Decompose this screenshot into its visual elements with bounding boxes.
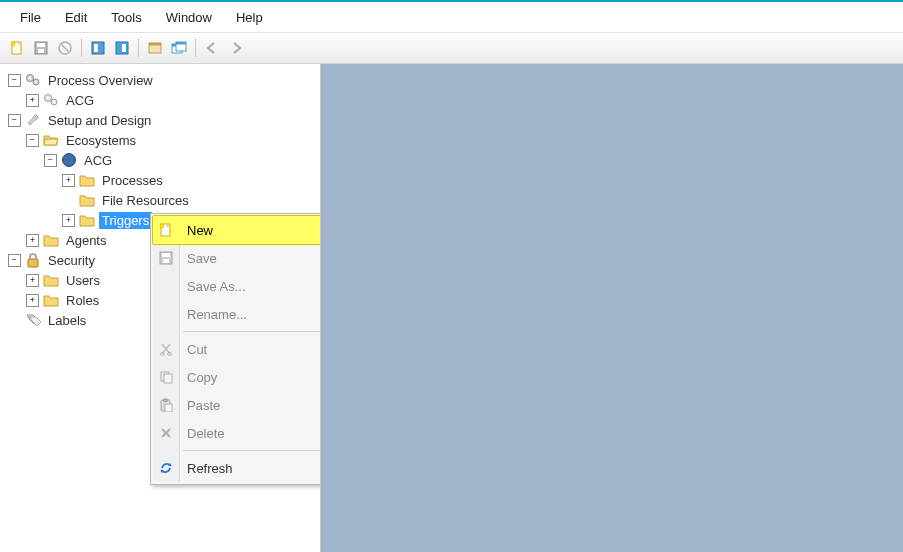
save-icon	[158, 250, 174, 266]
app-window: File Edit Tools Window Help	[0, 0, 903, 552]
context-menu-label: Save	[187, 251, 217, 266]
folder-icon	[79, 212, 95, 228]
context-menu-save-as[interactable]: Save As...	[153, 272, 321, 300]
folder-icon	[79, 192, 95, 208]
toolbar-stop-button[interactable]	[54, 37, 76, 59]
toolbar-panel-a-button[interactable]	[87, 37, 109, 59]
toolbar-separator	[138, 39, 139, 57]
new-document-icon	[158, 222, 174, 238]
expand-icon[interactable]: +	[26, 274, 39, 287]
svg-point-24	[53, 101, 55, 103]
svg-rect-12	[149, 43, 161, 46]
context-menu-copy[interactable]: Copy	[153, 363, 321, 391]
context-menu-save[interactable]: Save	[153, 244, 321, 272]
context-menu-label: Rename...	[187, 307, 247, 322]
collapse-icon[interactable]: −	[8, 114, 21, 127]
svg-rect-3	[37, 43, 45, 47]
menu-tools[interactable]: Tools	[99, 7, 153, 28]
paste-icon	[158, 397, 174, 413]
stop-icon	[58, 41, 72, 55]
toolbar-new-button[interactable]	[6, 37, 28, 59]
toolbar-separator	[81, 39, 82, 57]
tree-node-process-overview[interactable]: − Process Overview	[4, 70, 320, 90]
tree-label: Processes	[99, 172, 166, 189]
context-menu-separator	[183, 331, 321, 332]
toolbar-separator	[195, 39, 196, 57]
toolbar-panel-b-button[interactable]	[111, 37, 133, 59]
context-menu-separator	[183, 450, 321, 451]
refresh-icon	[158, 460, 174, 476]
collapse-icon[interactable]: −	[8, 74, 21, 87]
delete-icon	[158, 425, 174, 441]
tags-icon	[25, 312, 41, 328]
expand-icon[interactable]: +	[62, 214, 75, 227]
folder-icon	[79, 172, 95, 188]
context-menu-label: Delete	[187, 426, 225, 441]
navigation-tree-panel: − Process Overview + ACG −	[0, 64, 321, 552]
context-menu-label: Paste	[187, 398, 220, 413]
tree-node-acg-ecosystem[interactable]: − ACG	[4, 150, 320, 170]
menu-bar: File Edit Tools Window Help	[0, 2, 903, 33]
menu-edit[interactable]: Edit	[53, 7, 99, 28]
tree-label: Ecosystems	[63, 132, 139, 149]
toolbar-save-button[interactable]	[30, 37, 52, 59]
context-menu-label: Save As...	[187, 279, 246, 294]
toolbar-back-button[interactable]	[201, 37, 223, 59]
menu-help[interactable]: Help	[224, 7, 275, 28]
windows-icon	[171, 41, 187, 55]
folder-icon	[43, 272, 59, 288]
lock-icon	[25, 252, 41, 268]
collapse-icon[interactable]: −	[44, 154, 57, 167]
tree-label: Security	[45, 252, 98, 269]
arrow-left-icon	[205, 41, 219, 55]
toolbar-windows-button[interactable]	[168, 37, 190, 59]
globe-icon	[61, 152, 77, 168]
folder-open-icon	[43, 132, 59, 148]
gears-icon	[43, 92, 59, 108]
context-menu-paste[interactable]: Paste	[153, 391, 321, 419]
tree-node-acg-overview[interactable]: + ACG	[4, 90, 320, 110]
svg-rect-38	[164, 399, 168, 402]
tree-label: Agents	[63, 232, 109, 249]
expand-icon[interactable]: +	[26, 294, 39, 307]
toolbar-forward-button[interactable]	[225, 37, 247, 59]
toolbar	[0, 33, 903, 64]
tree-label: ACG	[81, 152, 115, 169]
tree-node-file-resources[interactable]: File Resources	[4, 190, 320, 210]
svg-point-25	[63, 154, 76, 167]
gears-icon	[25, 72, 41, 88]
tree-label: ACG	[63, 92, 97, 109]
context-menu-rename[interactable]: Rename...	[153, 300, 321, 328]
tree-node-ecosystems[interactable]: − Ecosystems	[4, 130, 320, 150]
folder-icon	[43, 232, 59, 248]
svg-rect-39	[165, 404, 172, 412]
tree-node-processes[interactable]: + Processes	[4, 170, 320, 190]
collapse-icon[interactable]: −	[26, 134, 39, 147]
svg-point-20	[35, 81, 37, 83]
svg-rect-4	[38, 49, 44, 53]
svg-rect-36	[164, 374, 172, 383]
panel-icon	[115, 41, 129, 55]
menu-window[interactable]: Window	[154, 7, 224, 28]
window-icon	[148, 41, 162, 55]
toolbar-window-button[interactable]	[144, 37, 166, 59]
tree-label: Roles	[63, 292, 102, 309]
folder-icon	[43, 292, 59, 308]
context-menu-new[interactable]: New	[152, 215, 321, 245]
context-menu-cut[interactable]: Cut	[153, 335, 321, 363]
panel-icon	[91, 41, 105, 55]
expand-icon[interactable]: +	[26, 234, 39, 247]
tree-label: Users	[63, 272, 103, 289]
collapse-icon[interactable]: −	[8, 254, 21, 267]
save-icon	[34, 41, 48, 55]
svg-rect-32	[163, 259, 169, 263]
context-menu-delete[interactable]: Delete	[153, 419, 321, 447]
tree-label: Labels	[45, 312, 89, 329]
expand-icon[interactable]: +	[62, 174, 75, 187]
expand-icon[interactable]: +	[26, 94, 39, 107]
tree-node-setup-design[interactable]: − Setup and Design	[4, 110, 320, 130]
context-menu-refresh[interactable]: Refresh	[153, 454, 321, 482]
cut-icon	[158, 341, 174, 357]
menu-file[interactable]: File	[8, 7, 53, 28]
context-menu-label: Refresh	[187, 461, 233, 476]
